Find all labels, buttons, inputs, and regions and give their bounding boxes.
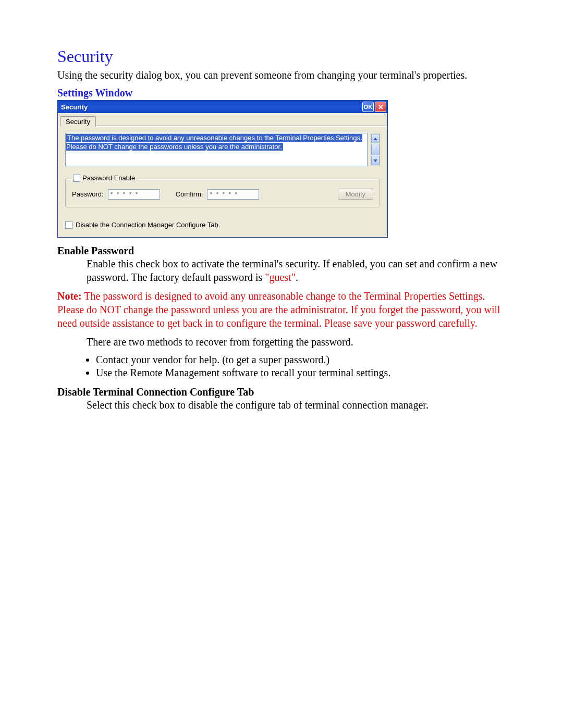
ok-button[interactable]: OK [362, 102, 374, 112]
scrollbar[interactable] [371, 133, 380, 166]
security-dialog: Security OK ✕ Security The password is d… [57, 100, 388, 238]
confirm-label: Comfirm: [176, 190, 203, 198]
disable-configure-label: Disable the Connection Manager Configure… [76, 221, 220, 229]
window-title: Security [61, 103, 361, 111]
password-enable-legend: Password Enable [71, 174, 137, 182]
enable-text-post: . [296, 272, 298, 283]
chevron-down-icon [373, 159, 377, 162]
scroll-down-button[interactable] [371, 156, 380, 165]
enable-password-heading: Enable Password [57, 245, 506, 257]
password-enable-label: Password Enable [82, 174, 135, 182]
note-paragraph: Note: The password is designed to avoid … [57, 289, 506, 330]
note-body: The password is designed to avoid any un… [57, 290, 500, 329]
confirm-input[interactable]: * * * * * [207, 189, 259, 200]
default-password: "guest" [265, 272, 296, 283]
disable-tab-text: Select this check box to disable the con… [87, 398, 506, 412]
intro-text: Using the security dialog box, you can p… [57, 68, 506, 82]
scroll-up-button[interactable] [371, 134, 380, 143]
close-button[interactable]: ✕ [375, 102, 386, 112]
tab-underline [97, 115, 385, 126]
password-input[interactable]: * * * * * [108, 189, 160, 200]
dialog-body: The password is designed to avoid any un… [58, 126, 387, 237]
enable-password-text: Enable this check box to activate the te… [87, 257, 506, 284]
tab-strip: Security [58, 113, 387, 126]
password-groupbox: Password Enable Password: * * * * * Comf… [65, 179, 380, 207]
note-label: Note: [57, 290, 82, 302]
password-label: Password: [72, 190, 104, 198]
disable-configure-checkbox[interactable] [65, 221, 72, 229]
page-title: Security [57, 47, 506, 66]
title-bar: Security OK ✕ [58, 101, 387, 113]
settings-window-subhead: Settings Window [57, 87, 506, 99]
list-item: Use the Remote Management software to re… [96, 367, 506, 379]
disable-tab-heading: Disable Terminal Connection Configure Ta… [57, 386, 506, 398]
message-box[interactable]: The password is designed to avoid any un… [65, 133, 368, 166]
modify-button[interactable]: Modify [338, 189, 373, 200]
password-enable-checkbox[interactable] [73, 175, 80, 182]
recover-intro: There are two methods to recover from fo… [87, 335, 506, 349]
list-item: Contact your vendor for help. (to get a … [96, 354, 506, 366]
chevron-up-icon [373, 138, 377, 140]
scroll-thumb[interactable] [371, 144, 380, 155]
message-text: The password is designed to avoid any un… [66, 134, 362, 151]
tab-security[interactable]: Security [60, 116, 96, 127]
recover-list: Contact your vendor for help. (to get a … [57, 354, 506, 379]
